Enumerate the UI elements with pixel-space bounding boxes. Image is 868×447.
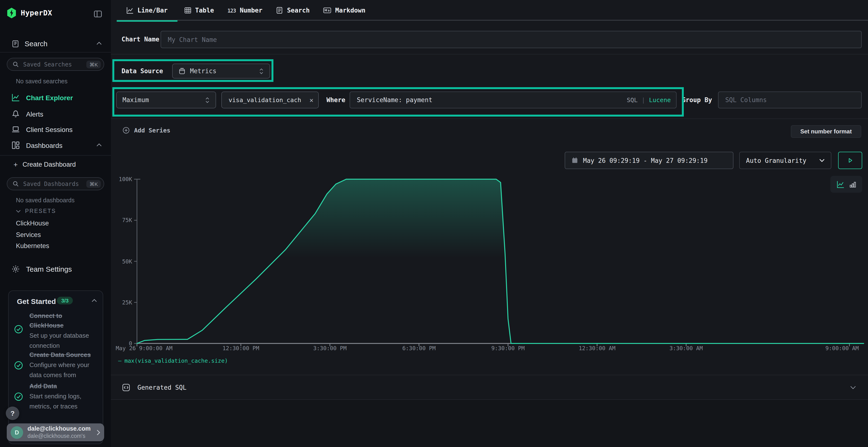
x-tick-label: 9:30:00 PM [491, 345, 525, 352]
avatar: D [10, 426, 23, 439]
team-settings-label: Team Settings [26, 265, 72, 273]
data-source-select[interactable]: Metrics [172, 64, 270, 78]
saved-searches-input[interactable] [22, 61, 83, 68]
onboarding-item-title: Connect to ClickHouse [29, 311, 93, 331]
create-dashboard-button[interactable]: + Create Dashboard [13, 161, 76, 169]
onboarding-item-desc: Start sending logs, metrics, or traces [29, 391, 93, 411]
tab-search[interactable]: Search [269, 0, 316, 21]
code-icon [122, 383, 130, 391]
play-icon [847, 157, 854, 164]
legend-marker: — [118, 357, 122, 364]
preset-clickhouse[interactable]: ClickHouse [16, 220, 49, 227]
timeseries-chart[interactable] [111, 173, 868, 352]
sidebar-item-chart-explorer[interactable]: Chart Explorer [11, 94, 73, 102]
tab-table[interactable]: Table [177, 0, 221, 21]
table-icon [184, 7, 191, 14]
preset-kubernetes[interactable]: Kubernetes [16, 242, 49, 249]
tab-markdown[interactable]: Markdown [316, 0, 372, 21]
bell-icon [11, 110, 20, 118]
generated-sql-toggle[interactable]: Generated SQL [111, 375, 868, 399]
tab-label: Line/Bar [137, 7, 167, 14]
x-tick-label: 12:30:00 AM [579, 345, 615, 352]
plus-circle-icon [123, 127, 130, 134]
sidebar-item-client-sessions[interactable]: Client Sessions [11, 125, 72, 133]
collapse-sidebar-icon[interactable] [94, 10, 102, 18]
presets-toggle[interactable]: PRESETS [16, 208, 56, 214]
gear-icon [11, 265, 20, 273]
saved-dashboards-input[interactable] [22, 180, 83, 187]
user-workspace: dale@clickhouse.com's [28, 433, 92, 439]
onboarding-item-desc: Configure where your data comes from [29, 360, 93, 380]
markdown-icon [323, 7, 331, 14]
progress-badge: 3/3 [57, 297, 73, 304]
sidebar-section-search[interactable]: Search [11, 39, 48, 48]
lucene-toggle[interactable]: Lucene [649, 96, 671, 104]
user-menu[interactable]: D dale@clickhouse.com dale@clickhouse.co… [7, 423, 104, 441]
aggregation-select[interactable]: Maximum [116, 92, 216, 108]
chevron-up-icon[interactable] [96, 143, 102, 147]
query-language-toggle: SQL | Lucene [627, 92, 671, 108]
document-list-icon [276, 7, 283, 14]
hyperdx-app: HyperDX Search [0, 0, 868, 447]
onboarding-item[interactable]: Connect to ClickHouse Set up your databa… [29, 311, 93, 351]
hyperdx-logo-icon [7, 8, 17, 18]
tab-number[interactable]: 123 Number [221, 0, 269, 21]
chart-name-input[interactable] [161, 31, 862, 48]
onboarding-item[interactable]: Create Data Sources Configure where your… [29, 350, 93, 380]
saved-dashboards-search[interactable]: ⌘K [7, 177, 104, 190]
add-series-button[interactable]: Add Series [123, 127, 170, 134]
granularity-select[interactable]: Auto Granularity [739, 152, 831, 169]
tab-label: Markdown [335, 7, 365, 14]
data-source-value: Metrics [190, 67, 255, 75]
brand[interactable]: HyperDX [7, 8, 52, 18]
time-range-picker[interactable]: May 26 09:29:19 - May 27 09:29:19 [565, 152, 734, 169]
sidebar-item-dashboards[interactable]: Dashboards [11, 141, 62, 149]
sidebar-item-label: Client Sessions [26, 126, 72, 133]
chevron-up-icon[interactable] [96, 41, 102, 45]
where-label: Where [327, 96, 345, 104]
aggregation-value: Maximum [123, 96, 200, 104]
set-number-format-button[interactable]: Set number format [791, 125, 861, 138]
chevron-down-icon [850, 385, 856, 389]
onboarding-item[interactable]: Add Data Start sending logs, metrics, or… [29, 381, 93, 411]
sidebar-item-label: Alerts [26, 110, 43, 118]
tab-label: Search [287, 7, 310, 14]
divider [111, 118, 868, 119]
sql-toggle[interactable]: SQL [627, 96, 638, 104]
chart-legend[interactable]: — max(visa_validation_cache.size) [118, 357, 228, 364]
get-started-title: Get Started [17, 297, 56, 305]
sidebar-section-label: Search [25, 39, 48, 48]
y-tick-label: 75K [111, 217, 132, 224]
granularity-value: Auto Granularity [746, 157, 806, 164]
plus-icon: + [13, 161, 18, 169]
group-by-input[interactable] [718, 92, 862, 108]
toggle-divider: | [642, 96, 645, 104]
sidebar-item-alerts[interactable]: Alerts [11, 110, 43, 118]
no-saved-searches-text: No saved searches [16, 78, 67, 85]
brand-name: HyperDX [21, 9, 52, 18]
tab-line-bar[interactable]: Line/Bar [117, 0, 177, 21]
help-button[interactable]: ? [6, 407, 19, 420]
y-tick-label: 100K [111, 176, 132, 182]
check-circle-icon [14, 325, 23, 334]
metric-tag[interactable]: visa_validation_cach × [221, 92, 319, 108]
x-tick-label: 9:00:00 AM [825, 345, 859, 352]
select-chevrons-icon [205, 97, 210, 103]
metric-tag-label: visa_validation_cach [228, 96, 305, 104]
chevron-up-icon[interactable] [92, 299, 97, 303]
journal-icon [11, 40, 19, 47]
select-chevrons-icon [259, 68, 264, 74]
presets-label: PRESETS [25, 208, 56, 214]
chevron-right-icon [96, 429, 100, 435]
shortcut-badge: ⌘K [87, 180, 101, 187]
chevron-down-icon [819, 159, 825, 162]
saved-searches-search[interactable]: ⌘K [7, 58, 104, 71]
y-tick-label: 50K [111, 259, 132, 265]
chart-name-label: Chart Name [122, 36, 159, 43]
preset-services[interactable]: Services [16, 231, 41, 238]
sidebar-item-team-settings[interactable]: Team Settings [11, 265, 72, 273]
run-query-button[interactable] [838, 152, 862, 169]
remove-metric-icon[interactable]: × [309, 96, 313, 104]
sidebar-item-label: Dashboards [26, 141, 62, 149]
laptop-icon [11, 125, 20, 133]
